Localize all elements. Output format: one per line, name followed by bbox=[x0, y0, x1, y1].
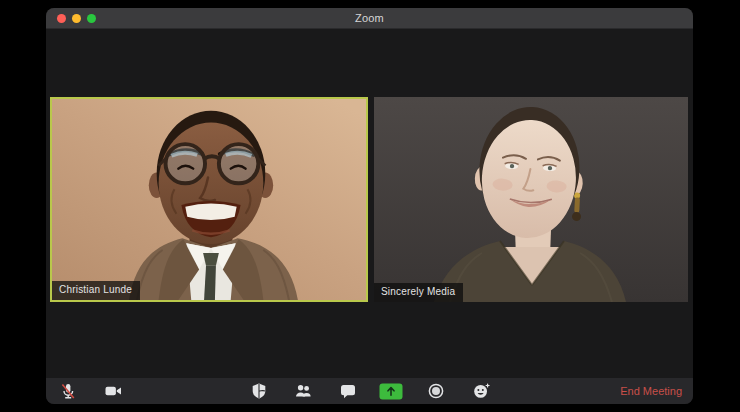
video-tile-sincerely-media[interactable]: Sincerely Media bbox=[374, 97, 688, 302]
record-button[interactable] bbox=[423, 378, 449, 404]
video-area: Christian Lunde bbox=[46, 29, 693, 378]
record-icon bbox=[427, 382, 445, 400]
participant-video-man bbox=[52, 99, 366, 300]
reactions-icon bbox=[472, 382, 491, 400]
title-bar: Zoom bbox=[46, 8, 693, 29]
reactions-button[interactable] bbox=[468, 378, 494, 404]
video-tile-christian-lunde[interactable]: Christian Lunde bbox=[50, 97, 368, 302]
participant-name-label: Sincerely Media bbox=[374, 283, 463, 302]
chat-icon bbox=[339, 382, 357, 400]
participants-icon bbox=[294, 382, 314, 400]
share-screen-icon bbox=[379, 383, 403, 400]
traffic-lights bbox=[57, 8, 96, 28]
meeting-toolbar: End Meeting bbox=[46, 378, 693, 404]
participant-video-woman bbox=[374, 97, 688, 302]
window-title: Zoom bbox=[46, 12, 693, 24]
stop-video-button[interactable] bbox=[100, 378, 126, 404]
zoom-window: Zoom bbox=[46, 8, 693, 404]
end-meeting-button[interactable]: End Meeting bbox=[620, 378, 682, 404]
security-button[interactable] bbox=[246, 378, 272, 404]
microphone-muted-icon bbox=[59, 382, 77, 400]
share-screen-button[interactable] bbox=[376, 378, 406, 404]
desktop: Zoom bbox=[0, 0, 740, 412]
minimize-button[interactable] bbox=[72, 14, 81, 23]
close-button[interactable] bbox=[57, 14, 66, 23]
participant-name-label: Christian Lunde bbox=[52, 281, 140, 300]
participants-button[interactable] bbox=[291, 378, 317, 404]
security-shield-icon bbox=[250, 382, 268, 400]
mute-button[interactable] bbox=[55, 378, 81, 404]
zoom-button[interactable] bbox=[87, 14, 96, 23]
video-camera-icon bbox=[104, 382, 123, 400]
chat-button[interactable] bbox=[335, 378, 361, 404]
